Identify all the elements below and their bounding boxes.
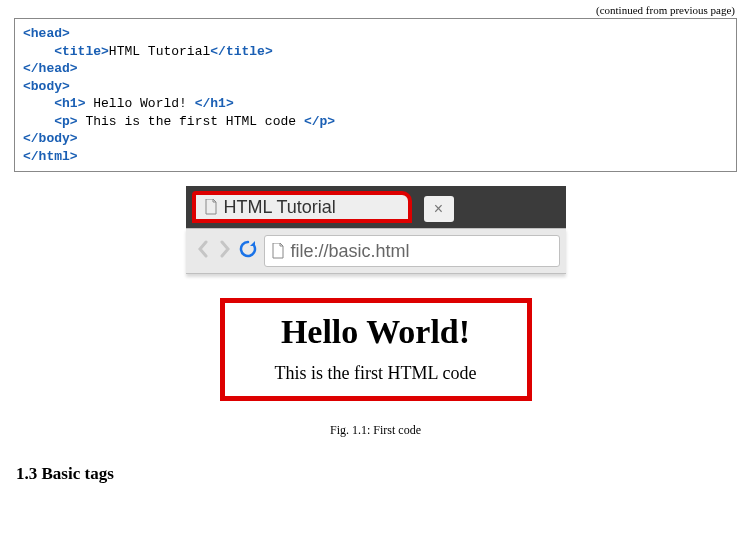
browser-tab[interactable]: HTML Tutorial: [192, 191, 412, 223]
forward-button[interactable]: [214, 238, 236, 264]
chevron-right-icon: [218, 240, 232, 258]
page-paragraph: This is the first HTML code: [235, 363, 517, 384]
tab-bar: HTML Tutorial ×: [186, 186, 566, 228]
rendered-output: Hello World! This is the first HTML code: [220, 298, 532, 401]
close-tab-button[interactable]: ×: [424, 196, 454, 222]
url-bar[interactable]: file://basic.html: [264, 235, 560, 267]
back-button[interactable]: [192, 238, 214, 264]
page-heading: Hello World!: [235, 313, 517, 351]
reload-button[interactable]: [236, 239, 264, 263]
chevron-left-icon: [196, 240, 210, 258]
tab-title: HTML Tutorial: [224, 197, 336, 218]
continued-label: (continued from previous page): [10, 4, 735, 16]
browser-toolbar: file://basic.html: [186, 228, 566, 274]
browser-screenshot: HTML Tutorial × file://basic.html: [186, 186, 566, 274]
section-heading: 1.3 Basic tags: [16, 464, 741, 484]
figure-caption: Fig. 1.1: First code: [10, 423, 741, 438]
document-icon: [271, 243, 285, 259]
document-icon: [204, 199, 218, 215]
code-listing: <head> <title>HTML Tutorial</title> </he…: [14, 18, 737, 172]
url-text: file://basic.html: [291, 241, 410, 262]
reload-icon: [238, 239, 258, 259]
